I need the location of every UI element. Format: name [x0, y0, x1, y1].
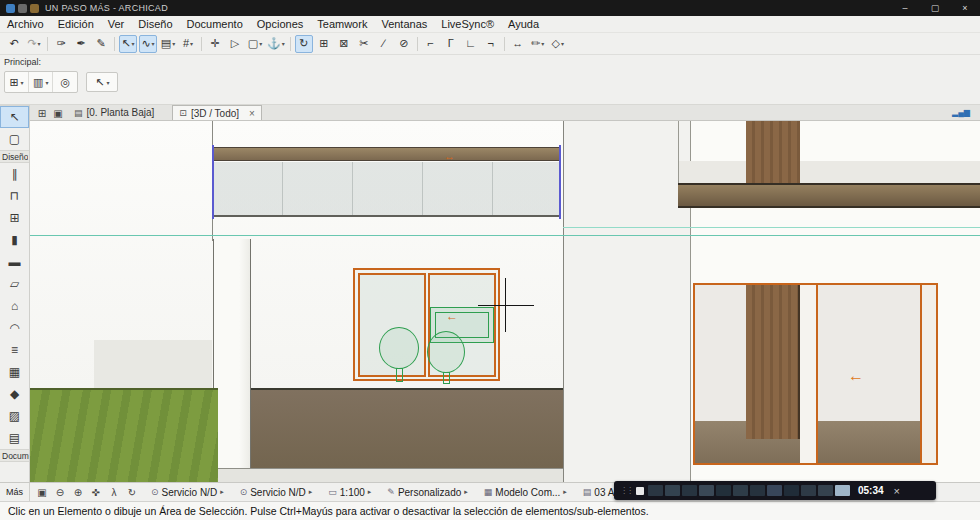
- column-tool[interactable]: ▮: [0, 229, 29, 251]
- toolbar-button[interactable]: [201, 37, 202, 51]
- chip-servicio-2[interactable]: ⊙ Servicio N/D ▸: [233, 487, 320, 498]
- media-segment[interactable]: [733, 485, 748, 496]
- chip-servicio-1[interactable]: ⊙ Servicio N/D ▸: [144, 487, 231, 498]
- shapes-button[interactable]: ◇ ▾: [549, 35, 567, 53]
- fit-view-icon[interactable]: ▣: [34, 487, 50, 498]
- menu-item[interactable]: Diseño: [131, 18, 179, 30]
- door-tool[interactable]: ⊓: [0, 185, 29, 207]
- zoom-out-icon[interactable]: ⊖: [52, 487, 68, 498]
- stop-button[interactable]: [636, 487, 644, 495]
- toolbar-button[interactable]: [290, 37, 291, 51]
- dropdown-arrow-icon[interactable]: ▾: [282, 40, 285, 47]
- orbit-button[interactable]: ↻: [295, 35, 313, 53]
- media-segment[interactable]: [818, 485, 833, 496]
- dropdown-arrow-icon[interactable]: ▾: [107, 79, 110, 86]
- trim-button[interactable]: ⌐: [422, 35, 440, 53]
- extend-button[interactable]: Γ: [442, 35, 460, 53]
- layers-button[interactable]: ▤ ▾: [159, 35, 177, 53]
- dropdown-arrow-icon[interactable]: ▾: [38, 40, 41, 47]
- arrow-tool[interactable]: ↖: [0, 106, 29, 128]
- chart-icon[interactable]: ▂▄▆: [952, 108, 970, 117]
- tab-planta-baja[interactable]: ▤ [0. Planta Baja]: [68, 105, 170, 120]
- menu-item[interactable]: Documento: [180, 18, 250, 30]
- roof-tool[interactable]: ⌂: [0, 295, 29, 317]
- dropdown-arrow-icon[interactable]: ▾: [259, 40, 262, 47]
- pickup-parameters-button[interactable]: ✑: [52, 35, 70, 53]
- tab-3d-todo[interactable]: ⊡ [3D / Todo] ×: [172, 105, 262, 120]
- corner-button[interactable]: ∟: [462, 35, 480, 53]
- media-segment[interactable]: [682, 485, 697, 496]
- menu-item[interactable]: Ayuda: [501, 18, 546, 30]
- media-segment[interactable]: [835, 485, 850, 496]
- tab-close-icon[interactable]: ×: [249, 108, 255, 119]
- minimize-button[interactable]: –: [890, 0, 920, 16]
- intersect-button[interactable]: ⊠: [335, 35, 353, 53]
- wall-tool[interactable]: ∥: [0, 163, 29, 185]
- walk-icon[interactable]: λ: [106, 487, 122, 498]
- media-segment[interactable]: [648, 485, 663, 496]
- menu-item[interactable]: LiveSync®: [434, 18, 501, 30]
- toolbar-button[interactable]: [114, 37, 115, 51]
- dropdown-arrow-icon[interactable]: ▾: [132, 40, 135, 47]
- stair-tool[interactable]: ≡: [0, 339, 29, 361]
- dropdown-arrow-icon[interactable]: ▾: [21, 79, 24, 86]
- zoom-in-icon[interactable]: ⊕: [70, 487, 86, 498]
- morph-tool[interactable]: ◆: [0, 383, 29, 405]
- window-tool[interactable]: ⊞: [0, 207, 29, 229]
- cursor-select-button[interactable]: ▷: [226, 35, 244, 53]
- orbit-icon[interactable]: ↻: [124, 487, 140, 498]
- rotate-button[interactable]: ◎: [53, 72, 77, 92]
- arrow-tool-button[interactable]: ↖ ▾: [119, 35, 137, 53]
- dropdown-arrow-icon[interactable]: ▾: [190, 40, 193, 47]
- measure-button[interactable]: ↔: [509, 35, 527, 53]
- views-button[interactable]: ▥ ▾: [29, 72, 53, 92]
- menu-item[interactable]: Ver: [101, 18, 132, 30]
- media-segment[interactable]: [767, 485, 782, 496]
- beam-tool[interactable]: ▬: [0, 251, 29, 273]
- gravity-button[interactable]: ⚓ ▾: [266, 35, 286, 53]
- marquee-tool[interactable]: ▢: [0, 128, 29, 150]
- fillet-button[interactable]: ¬: [482, 35, 500, 53]
- annotate-button[interactable]: ✏ ▾: [529, 35, 547, 53]
- arrow-tool-quick-button[interactable]: ↖ ▾: [86, 72, 118, 92]
- dropdown-arrow-icon[interactable]: ▾: [172, 40, 175, 47]
- dropdown-arrow-icon[interactable]: ▾: [541, 40, 544, 47]
- media-segment[interactable]: [801, 485, 816, 496]
- media-segment[interactable]: [784, 485, 799, 496]
- toolbox-section-documento[interactable]: Docume: [0, 449, 29, 462]
- quick-access-icon[interactable]: [18, 4, 27, 13]
- toolbox-more[interactable]: Más: [0, 483, 30, 501]
- media-segment[interactable]: [750, 485, 765, 496]
- media-segment[interactable]: [665, 485, 680, 496]
- undo-button[interactable]: ↶: [5, 35, 23, 53]
- marquee-button[interactable]: ▢ ▾: [246, 35, 264, 53]
- maximize-button[interactable]: ▢: [920, 0, 950, 16]
- dropdown-arrow-icon[interactable]: ▾: [561, 40, 564, 47]
- inject-parameters-button[interactable]: ✒: [72, 35, 90, 53]
- menu-item[interactable]: Opciones: [250, 18, 310, 30]
- explode-button[interactable]: ⊞: [315, 35, 333, 53]
- toolbar-button[interactable]: [504, 37, 505, 51]
- toolbar-button[interactable]: [47, 37, 48, 51]
- favorites-button[interactable]: ⊞ ▾: [5, 72, 29, 92]
- media-toolbar[interactable]: ⋮⋮ 05:34 ×: [614, 481, 936, 500]
- quad-view-icon[interactable]: ⊞: [34, 106, 50, 120]
- pencil-button[interactable]: ✎: [92, 35, 110, 53]
- zone-tool[interactable]: ▨: [0, 405, 29, 427]
- chip-escala[interactable]: ▭ 1:100 ▸: [321, 487, 378, 498]
- media-segment[interactable]: [716, 485, 731, 496]
- pan-icon[interactable]: ✜: [88, 487, 104, 498]
- mesh-tool[interactable]: ▤: [0, 427, 29, 449]
- media-close-icon[interactable]: ×: [894, 485, 900, 497]
- quick-access-icon[interactable]: [30, 4, 39, 13]
- chip-personalizado[interactable]: ✎ Personalizado ▸: [380, 487, 474, 498]
- menu-item[interactable]: Ventanas: [374, 18, 434, 30]
- project-map-icon[interactable]: ▣: [50, 106, 66, 120]
- shell-tool[interactable]: ◠: [0, 317, 29, 339]
- redo-button[interactable]: ↷ ▾: [25, 35, 43, 53]
- toolbar-button[interactable]: [417, 37, 418, 51]
- menu-item[interactable]: Archivo: [0, 18, 51, 30]
- scissors-button[interactable]: ✂: [355, 35, 373, 53]
- split-button[interactable]: ∕: [375, 35, 393, 53]
- zoom-sketch-button[interactable]: ⊘: [395, 35, 413, 53]
